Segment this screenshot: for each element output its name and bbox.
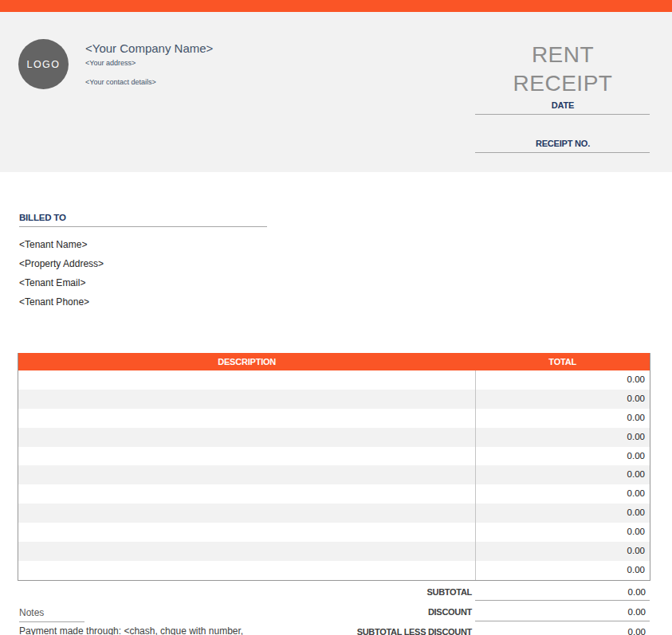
document-title-line2: RECEIPT <box>475 69 650 98</box>
description-cell[interactable] <box>18 504 475 523</box>
document-title: RENT RECEIPT <box>475 41 650 98</box>
tenant-name-placeholder[interactable]: <Tenant Name> <box>19 239 87 250</box>
subtotal-value[interactable]: 0.00 <box>475 587 646 597</box>
company-logo: LOGO <box>18 39 69 89</box>
total-cell[interactable]: 0.00 <box>475 561 650 580</box>
table-row: 0.00 <box>18 523 650 542</box>
description-cell[interactable] <box>18 409 475 428</box>
charges-table: DESCRIPTION TOTAL 0.00 0.00 0.00 0.00 0.… <box>18 353 650 581</box>
description-cell[interactable] <box>18 542 475 561</box>
total-cell[interactable]: 0.00 <box>475 465 650 484</box>
subtotal-label: SUBTOTAL <box>263 587 472 597</box>
company-name-placeholder[interactable]: <Your Company Name> <box>85 41 213 55</box>
description-cell[interactable] <box>18 370 475 390</box>
description-cell[interactable] <box>18 484 475 504</box>
tenant-email-placeholder[interactable]: <Tenant Email> <box>19 277 85 288</box>
table-row: 0.00 <box>18 504 650 523</box>
discount-label: DISCOUNT <box>263 607 472 617</box>
subtotal-less-discount-value[interactable]: 0.00 <box>475 627 646 635</box>
table-row: 0.00 <box>18 390 650 409</box>
property-address-placeholder[interactable]: <Property Address> <box>19 258 104 269</box>
description-cell[interactable] <box>18 523 475 542</box>
table-row: 0.00 <box>18 465 650 484</box>
description-cell[interactable] <box>18 447 475 466</box>
receipt-no-underline <box>475 152 650 153</box>
table-row: 0.00 <box>18 447 650 466</box>
receipt-no-value-field[interactable] <box>475 140 650 151</box>
logo-text: LOGO <box>26 59 60 70</box>
table-body: 0.00 0.00 0.00 0.00 0.00 0.00 0.00 0.00 … <box>18 370 650 580</box>
billed-to-label: BILLED TO <box>19 213 66 222</box>
description-cell[interactable] <box>18 428 475 447</box>
notes-underline <box>19 621 84 622</box>
top-accent-bar <box>0 0 672 12</box>
document-title-line1: RENT <box>475 41 650 69</box>
payment-method-text[interactable]: Payment made through: <chash, chque with… <box>19 625 243 635</box>
rent-receipt-document: LOGO <Your Company Name> <Your address> … <box>0 0 672 635</box>
total-cell[interactable]: 0.00 <box>475 428 650 447</box>
table-row: 0.00 <box>18 370 650 390</box>
company-contact-placeholder[interactable]: <Your contact details> <box>85 78 156 86</box>
subtotal-underline <box>475 600 650 601</box>
total-cell[interactable]: 0.00 <box>475 447 650 466</box>
table-row: 0.00 <box>18 561 650 580</box>
billed-to-underline <box>19 226 267 227</box>
description-column-header: DESCRIPTION <box>18 353 475 370</box>
total-cell[interactable]: 0.00 <box>475 370 650 390</box>
total-cell[interactable]: 0.00 <box>475 523 650 542</box>
notes-label: Notes <box>19 607 44 618</box>
total-column-header: TOTAL <box>475 353 650 370</box>
total-cell[interactable]: 0.00 <box>475 484 650 504</box>
date-underline <box>475 114 650 115</box>
table-row: 0.00 <box>18 409 650 428</box>
total-cell[interactable]: 0.00 <box>475 542 650 561</box>
total-cell[interactable]: 0.00 <box>475 409 650 428</box>
total-cell[interactable]: 0.00 <box>475 504 650 523</box>
description-cell[interactable] <box>18 561 475 580</box>
table-header-row: DESCRIPTION TOTAL <box>18 353 650 370</box>
company-address-placeholder[interactable]: <Your address> <box>85 59 136 67</box>
table-row: 0.00 <box>18 542 650 561</box>
tenant-phone-placeholder[interactable]: <Tenant Phone> <box>19 296 89 308</box>
date-value-field[interactable] <box>475 102 650 113</box>
table-row: 0.00 <box>18 428 650 447</box>
description-cell[interactable] <box>18 465 475 484</box>
discount-underline <box>475 621 650 621</box>
discount-value[interactable]: 0.00 <box>475 607 646 617</box>
table-row: 0.00 <box>18 484 650 504</box>
total-cell[interactable]: 0.00 <box>475 390 650 409</box>
subtotal-less-discount-label: SUBTOTAL LESS DISCOUNT <box>263 627 472 635</box>
description-cell[interactable] <box>18 390 475 409</box>
